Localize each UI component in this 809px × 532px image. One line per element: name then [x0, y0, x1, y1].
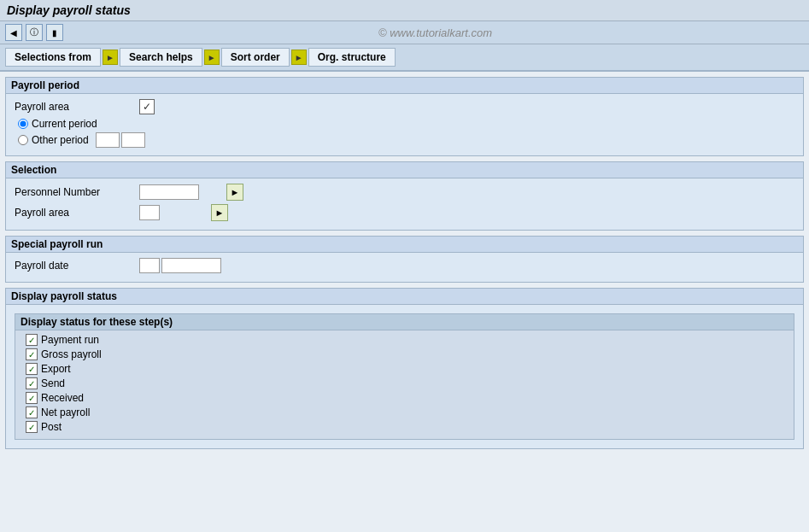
payroll-area-label: Payroll area — [15, 101, 134, 113]
payroll-period-section: Payroll period Payroll area ✓ Current pe… — [5, 77, 804, 156]
net-payroll-label: Net payroll — [41, 406, 90, 418]
selection-section: Selection Personnel Number ► Payroll are… — [5, 161, 804, 231]
payroll-area-selection-label: Payroll area — [15, 207, 134, 219]
post-label: Post — [41, 421, 62, 433]
payroll-area-selection-input[interactable] — [139, 205, 160, 220]
tab-sort-order[interactable]: Sort order — [221, 48, 290, 67]
export-label: Export — [41, 363, 71, 375]
title-bar: Display payroll status — [0, 0, 809, 21]
payment-run-label: Payment run — [41, 334, 99, 346]
other-period-input-1[interactable] — [96, 132, 120, 148]
export-checkbox[interactable]: ✓ — [26, 363, 38, 375]
special-payroll-run-title: Special payroll run — [6, 237, 803, 253]
payment-run-row: ✓ Payment run — [24, 334, 785, 346]
personnel-number-input[interactable] — [139, 184, 199, 200]
send-checkbox[interactable]: ✓ — [26, 377, 38, 389]
payroll-area-checkbox[interactable]: ✓ — [139, 99, 155, 114]
tab-org-structure[interactable]: Org. structure — [308, 48, 396, 67]
tab-arrow-3: ► — [291, 50, 307, 65]
received-checkbox[interactable]: ✓ — [26, 392, 38, 404]
tab-search-helps[interactable]: Search helps — [120, 48, 202, 67]
tab-arrow-2: ► — [204, 50, 220, 65]
send-row: ✓ Send — [24, 377, 785, 389]
received-row: ✓ Received — [24, 392, 785, 404]
personnel-number-label: Personnel Number — [15, 186, 134, 198]
personnel-number-arrow[interactable]: ► — [226, 184, 243, 201]
back-icon[interactable]: ◀ — [5, 24, 22, 41]
received-label: Received — [41, 392, 84, 404]
export-row: ✓ Export — [24, 363, 785, 375]
payroll-date-label: Payroll date — [15, 260, 134, 272]
watermark: © www.tutorialkart.com — [67, 26, 804, 39]
payment-run-checkbox[interactable]: ✓ — [26, 334, 38, 346]
gross-payroll-row: ✓ Gross payroll — [24, 348, 785, 360]
send-label: Send — [41, 377, 65, 389]
selection-title: Selection — [6, 162, 803, 178]
post-checkbox[interactable]: ✓ — [26, 421, 38, 433]
toolbar: ◀ ⓘ ▮ © www.tutorialkart.com — [0, 21, 809, 44]
tab-selections-from[interactable]: Selections from — [5, 48, 101, 67]
tab-arrow-1: ► — [103, 50, 118, 65]
display-status-inner-title: Display status for these step(s) — [15, 314, 794, 330]
display-payroll-status-section: Display payroll status Display status fo… — [5, 288, 804, 449]
display-status-inner-section: Display status for these step(s) ✓ Payme… — [15, 313, 794, 440]
special-payroll-run-section: Special payroll run Payroll date — [5, 236, 804, 283]
gross-payroll-checkbox[interactable]: ✓ — [26, 348, 38, 360]
other-period-label: Other period — [32, 134, 89, 146]
current-period-label: Current period — [32, 118, 97, 130]
post-row: ✓ Post — [24, 421, 785, 433]
save-icon[interactable]: ▮ — [46, 24, 63, 41]
payroll-date-input-2[interactable] — [161, 258, 221, 273]
info-icon[interactable]: ⓘ — [26, 24, 43, 41]
net-payroll-row: ✓ Net payroll — [24, 406, 785, 418]
gross-payroll-label: Gross payroll — [41, 348, 102, 360]
other-period-input-2[interactable] — [121, 132, 145, 148]
tabs-bar: Selections from ► Search helps ► Sort or… — [0, 44, 809, 72]
current-period-radio[interactable] — [18, 119, 28, 129]
payroll-date-input-1[interactable] — [139, 258, 160, 273]
other-period-radio[interactable] — [18, 135, 28, 145]
payroll-period-title: Payroll period — [6, 78, 803, 94]
net-payroll-checkbox[interactable]: ✓ — [26, 406, 38, 418]
payroll-area-arrow[interactable]: ► — [211, 204, 228, 221]
display-payroll-status-title: Display payroll status — [6, 289, 803, 305]
